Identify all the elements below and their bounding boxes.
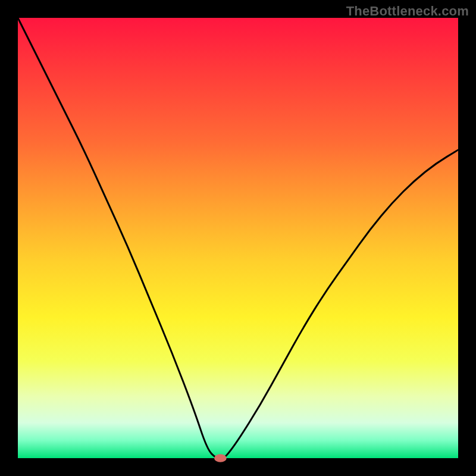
bottleneck-curve [18, 18, 458, 458]
chart-frame: TheBottleneck.com [0, 0, 476, 476]
watermark-text: TheBottleneck.com [346, 4, 469, 19]
chart-svg [18, 18, 458, 458]
plot-area [18, 18, 458, 458]
optimum-marker [214, 454, 227, 462]
